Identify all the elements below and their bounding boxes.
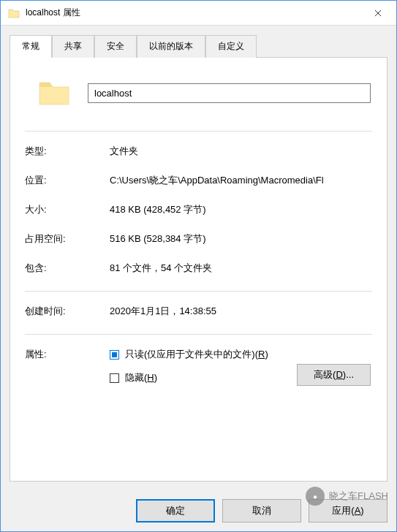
tab-content-general: 类型: 文件夹 位置: C:\Users\晓之车\AppData\Roaming… bbox=[10, 57, 387, 482]
tab-general[interactable]: 常规 bbox=[10, 35, 52, 58]
row-size-on-disk: 占用空间: 516 KB (528,384 字节) bbox=[25, 232, 372, 246]
readonly-row: 只读(仅应用于文件夹中的文件)(R) bbox=[110, 348, 297, 361]
location-label: 位置: bbox=[25, 174, 110, 187]
hidden-checkbox[interactable] bbox=[110, 373, 119, 383]
advanced-button[interactable]: 高级(D)... bbox=[297, 364, 371, 386]
ok-button[interactable]: 确定 bbox=[136, 499, 215, 522]
close-icon bbox=[374, 10, 382, 17]
row-size: 大小: 418 KB (428,452 字节) bbox=[25, 203, 372, 216]
created-value: 2020年1月1日，14:38:55 bbox=[110, 305, 372, 318]
titlebar: localhost 属性 bbox=[1, 1, 396, 26]
tab-previous-versions[interactable]: 以前的版本 bbox=[137, 35, 205, 58]
readonly-checkbox[interactable] bbox=[110, 350, 119, 360]
size-on-disk-label: 占用空间: bbox=[25, 232, 110, 246]
type-label: 类型: bbox=[25, 145, 110, 158]
contains-label: 包含: bbox=[25, 262, 110, 275]
apply-button[interactable]: 应用(A) bbox=[309, 499, 387, 522]
separator bbox=[25, 131, 372, 132]
folder-icon bbox=[8, 7, 20, 19]
row-created: 创建时间: 2020年1月1日，14:38:55 bbox=[25, 305, 372, 318]
size-label: 大小: bbox=[25, 203, 110, 216]
folder-name-row bbox=[25, 75, 372, 110]
tab-customize[interactable]: 自定义 bbox=[205, 35, 257, 58]
separator bbox=[25, 334, 372, 335]
tab-security[interactable]: 安全 bbox=[94, 35, 137, 58]
row-location: 位置: C:\Users\晓之车\AppData\Roaming\Macrome… bbox=[25, 174, 372, 187]
attributes-section: 属性: 只读(仅应用于文件夹中的文件)(R) 隐藏(H) 高级(D)... bbox=[25, 348, 372, 395]
window-title: localhost 属性 bbox=[26, 7, 360, 19]
hidden-label[interactable]: 隐藏(H) bbox=[125, 371, 157, 384]
location-value: C:\Users\晓之车\AppData\Roaming\Macromedia\… bbox=[110, 174, 372, 187]
tab-sharing[interactable]: 共享 bbox=[52, 35, 94, 58]
row-contains: 包含: 81 个文件，54 个文件夹 bbox=[25, 262, 372, 275]
created-label: 创建时间: bbox=[25, 305, 110, 318]
row-type: 类型: 文件夹 bbox=[25, 145, 372, 158]
attributes-label: 属性: bbox=[25, 348, 110, 361]
attributes-checks: 只读(仅应用于文件夹中的文件)(R) 隐藏(H) bbox=[110, 348, 297, 395]
tab-strip: 常规 共享 安全 以前的版本 自定义 bbox=[10, 34, 387, 57]
cancel-button[interactable]: 取消 bbox=[222, 499, 301, 522]
close-button[interactable] bbox=[360, 1, 396, 25]
dialog-buttons: 确定 取消 应用(A) bbox=[1, 490, 396, 531]
size-on-disk-value: 516 KB (528,384 字节) bbox=[110, 232, 372, 246]
folder-large-icon bbox=[37, 75, 72, 110]
content-area: 常规 共享 安全 以前的版本 自定义 类型: 文件夹 bbox=[1, 26, 396, 490]
tab-container: 常规 共享 安全 以前的版本 自定义 类型: 文件夹 bbox=[10, 34, 387, 482]
readonly-label[interactable]: 只读(仅应用于文件夹中的文件)(R) bbox=[125, 348, 268, 361]
contains-value: 81 个文件，54 个文件夹 bbox=[110, 262, 372, 275]
separator bbox=[25, 291, 372, 292]
folder-name-input[interactable] bbox=[88, 83, 371, 103]
hidden-row: 隐藏(H) bbox=[110, 371, 297, 384]
type-value: 文件夹 bbox=[110, 145, 372, 158]
size-value: 418 KB (428,452 字节) bbox=[110, 203, 372, 216]
properties-dialog: localhost 属性 常规 共享 安全 以前的版本 自定义 bbox=[0, 0, 397, 532]
